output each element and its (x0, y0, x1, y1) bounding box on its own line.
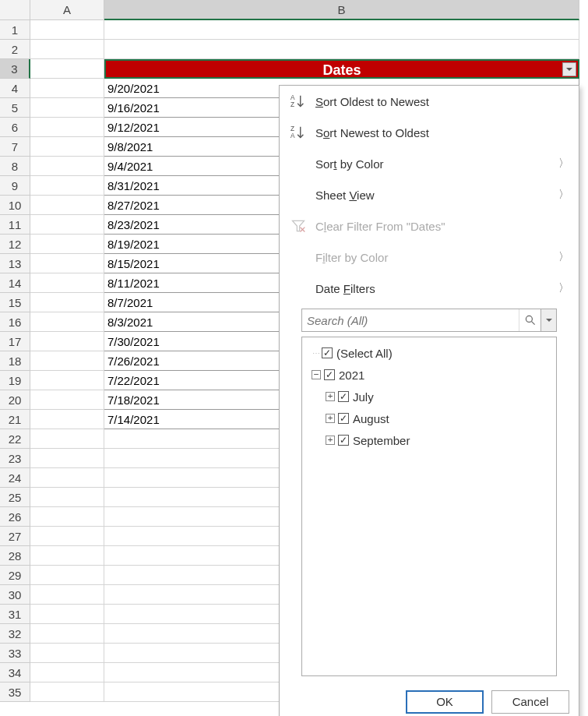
cell[interactable] (30, 624, 104, 644)
checkbox-checked-icon[interactable]: ✓ (324, 369, 335, 380)
row-header[interactable]: 23 (0, 449, 30, 468)
cell[interactable] (30, 196, 104, 215)
cell[interactable] (30, 507, 104, 527)
filter-search-input[interactable] (302, 309, 519, 331)
row-header[interactable]: 9 (0, 176, 30, 196)
row-header[interactable]: 22 (0, 429, 30, 449)
row-header[interactable]: 2 (0, 40, 30, 59)
search-icon[interactable] (519, 309, 540, 331)
cell[interactable] (30, 488, 104, 507)
cancel-button[interactable]: Cancel (491, 690, 569, 714)
checkbox-checked-icon[interactable]: ✓ (338, 413, 349, 424)
sort-by-color[interactable]: Sort by Color 〉 (280, 148, 579, 179)
cell[interactable] (30, 682, 104, 702)
row-header[interactable]: 13 (0, 254, 30, 273)
expand-icon[interactable]: + (326, 436, 335, 445)
row-header[interactable]: 3 (0, 59, 30, 79)
checkbox-checked-icon[interactable]: ✓ (338, 391, 349, 402)
cell[interactable] (30, 527, 104, 546)
checkbox-checked-icon[interactable]: ✓ (338, 435, 349, 446)
cell[interactable] (104, 40, 579, 59)
cell[interactable] (30, 273, 104, 293)
collapse-icon[interactable]: − (312, 370, 321, 379)
ok-button[interactable]: OK (406, 690, 484, 714)
select-all-corner[interactable] (0, 0, 30, 20)
row-header[interactable]: 28 (0, 546, 30, 566)
cell[interactable] (30, 176, 104, 196)
cell[interactable] (30, 98, 104, 118)
row-header[interactable]: 6 (0, 118, 30, 137)
row-header[interactable]: 15 (0, 293, 30, 312)
tree-month[interactable]: +✓August (305, 407, 553, 429)
cell[interactable] (30, 351, 104, 371)
row-header[interactable]: 32 (0, 624, 30, 644)
expand-icon[interactable]: + (326, 392, 335, 401)
col-header-B[interactable]: B (104, 0, 579, 20)
cell[interactable] (30, 312, 104, 332)
row-header[interactable]: 4 (0, 79, 30, 98)
checkbox-checked-icon[interactable]: ✓ (322, 347, 333, 358)
tree-select-all[interactable]: ⋯ ✓ (Select All) (305, 342, 553, 364)
row-header[interactable]: 16 (0, 312, 30, 332)
cell[interactable] (30, 293, 104, 312)
cell[interactable] (30, 20, 104, 40)
row-header[interactable]: 24 (0, 468, 30, 488)
row-header[interactable]: 35 (0, 682, 30, 702)
row-header[interactable]: 17 (0, 332, 30, 351)
tree-year[interactable]: − ✓ 2021 (305, 364, 553, 386)
row-header[interactable]: 21 (0, 410, 30, 429)
row-header[interactable]: 29 (0, 566, 30, 585)
cell[interactable] (30, 663, 104, 682)
date-filters[interactable]: Date Filters 〉 (280, 273, 579, 304)
cell[interactable] (30, 410, 104, 429)
row-header[interactable]: 27 (0, 527, 30, 546)
cell[interactable] (30, 332, 104, 351)
tree-month[interactable]: +✓July (305, 386, 553, 407)
cell[interactable] (30, 546, 104, 566)
row-header[interactable]: 14 (0, 273, 30, 293)
cell[interactable] (30, 137, 104, 157)
row-header[interactable]: 5 (0, 98, 30, 118)
filter-tree[interactable]: ⋯ ✓ (Select All) − ✓ 2021 +✓July+✓August… (301, 337, 557, 676)
col-header-A[interactable]: A (30, 0, 104, 20)
cell[interactable] (30, 585, 104, 605)
cell[interactable] (104, 20, 579, 40)
cell[interactable] (30, 59, 104, 79)
sheet-view[interactable]: Sheet View 〉 (280, 179, 579, 210)
cell[interactable] (30, 254, 104, 273)
tree-month[interactable]: +✓September (305, 429, 553, 451)
table-header-dates[interactable]: Dates (104, 59, 579, 79)
row-header[interactable]: 19 (0, 371, 30, 390)
row-header[interactable]: 18 (0, 351, 30, 371)
search-dropdown-button[interactable] (540, 309, 556, 331)
row-header[interactable]: 25 (0, 488, 30, 507)
filter-dropdown-button[interactable] (562, 62, 576, 76)
row-header[interactable]: 30 (0, 585, 30, 605)
cell[interactable] (30, 468, 104, 488)
sort-oldest-to-newest[interactable]: A Z Sort Oldest to Newest (280, 86, 579, 117)
sort-newest-to-oldest[interactable]: Z A Sort Newest to Oldest (280, 117, 579, 148)
cell[interactable] (30, 79, 104, 98)
cell[interactable] (30, 644, 104, 663)
cell[interactable] (30, 118, 104, 137)
row-header[interactable]: 26 (0, 507, 30, 527)
cell[interactable] (30, 157, 104, 176)
row-header[interactable]: 10 (0, 196, 30, 215)
cell[interactable] (30, 449, 104, 468)
expand-icon[interactable]: + (326, 414, 335, 423)
row-header[interactable]: 11 (0, 215, 30, 235)
row-header[interactable]: 8 (0, 157, 30, 176)
cell[interactable] (30, 40, 104, 59)
row-header[interactable]: 33 (0, 644, 30, 663)
row-header[interactable]: 20 (0, 390, 30, 410)
cell[interactable] (30, 371, 104, 390)
row-header[interactable]: 31 (0, 605, 30, 624)
cell[interactable] (30, 605, 104, 624)
row-header[interactable]: 34 (0, 663, 30, 682)
cell[interactable] (30, 429, 104, 449)
cell[interactable] (30, 566, 104, 585)
cell[interactable] (30, 390, 104, 410)
cell[interactable] (30, 215, 104, 235)
row-header[interactable]: 7 (0, 137, 30, 157)
row-header[interactable]: 1 (0, 20, 30, 40)
